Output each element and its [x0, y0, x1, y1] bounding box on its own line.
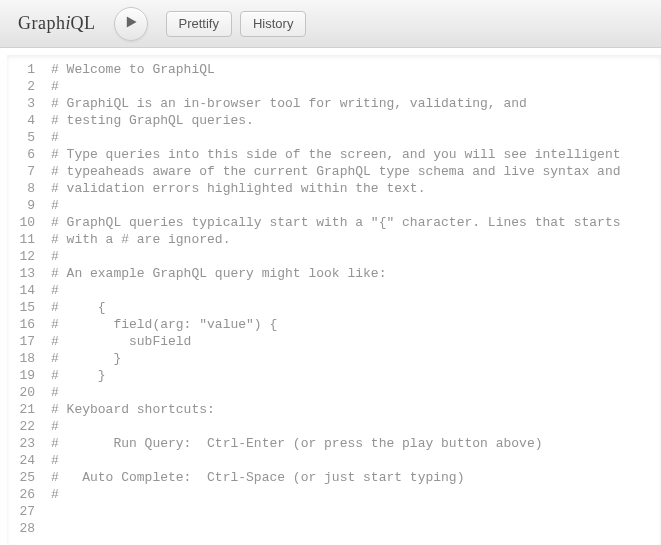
line-number: 2: [7, 78, 35, 95]
line-number: 18: [7, 350, 35, 367]
app-title-suffix: QL: [71, 13, 96, 33]
line-number: 13: [7, 265, 35, 282]
code-line: # testing GraphQL queries.: [51, 112, 653, 129]
line-number: 9: [7, 197, 35, 214]
code-line: # subField: [51, 333, 653, 350]
code-line: # }: [51, 367, 653, 384]
code-line: #: [51, 486, 653, 503]
code-line: #: [51, 282, 653, 299]
play-icon: [124, 15, 138, 32]
line-number: 4: [7, 112, 35, 129]
line-number: 27: [7, 503, 35, 520]
app-title: GraphiQL: [18, 13, 96, 34]
code-line: #: [51, 129, 653, 146]
query-editor: 1234567891011121314151617181920212223242…: [0, 48, 661, 545]
code-line: # Type queries into this side of the scr…: [51, 146, 653, 163]
toolbar: GraphiQL Prettify History: [0, 0, 661, 48]
code-area[interactable]: # Welcome to GraphiQL## GraphiQL is an i…: [41, 55, 661, 545]
line-number: 6: [7, 146, 35, 163]
line-number: 28: [7, 520, 35, 537]
line-number: 12: [7, 248, 35, 265]
code-line: # GraphiQL is an in-browser tool for wri…: [51, 95, 653, 112]
history-button[interactable]: History: [240, 11, 306, 37]
code-line: # field(arg: "value") {: [51, 316, 653, 333]
line-number: 8: [7, 180, 35, 197]
line-number: 20: [7, 384, 35, 401]
line-number: 14: [7, 282, 35, 299]
line-number: 17: [7, 333, 35, 350]
code-line: # typeaheads aware of the current GraphQ…: [51, 163, 653, 180]
code-line: # GraphQL queries typically start with a…: [51, 214, 653, 231]
code-line: # Keyboard shortcuts:: [51, 401, 653, 418]
line-number: 23: [7, 435, 35, 452]
code-line: #: [51, 78, 653, 95]
line-number: 11: [7, 231, 35, 248]
prettify-button[interactable]: Prettify: [166, 11, 232, 37]
code-line: # validation errors highlighted within t…: [51, 180, 653, 197]
line-number: 21: [7, 401, 35, 418]
code-line: # An example GraphQL query might look li…: [51, 265, 653, 282]
code-line: #: [51, 197, 653, 214]
line-number-gutter: 1234567891011121314151617181920212223242…: [7, 55, 41, 545]
svg-marker-0: [126, 16, 136, 27]
code-line: [51, 520, 653, 537]
code-line: # Auto Complete: Ctrl-Space (or just sta…: [51, 469, 653, 486]
line-number: 22: [7, 418, 35, 435]
code-line: # {: [51, 299, 653, 316]
code-line: #: [51, 248, 653, 265]
line-number: 3: [7, 95, 35, 112]
code-line: # with a # are ignored.: [51, 231, 653, 248]
line-number: 24: [7, 452, 35, 469]
code-line: # Welcome to GraphiQL: [51, 61, 653, 78]
line-number: 1: [7, 61, 35, 78]
code-line: #: [51, 452, 653, 469]
code-line: [51, 503, 653, 520]
line-number: 26: [7, 486, 35, 503]
line-number: 7: [7, 163, 35, 180]
code-line: #: [51, 384, 653, 401]
app-title-prefix: Graph: [18, 13, 65, 33]
line-number: 16: [7, 316, 35, 333]
execute-button[interactable]: [114, 7, 148, 41]
line-number: 19: [7, 367, 35, 384]
line-number: 10: [7, 214, 35, 231]
line-number: 25: [7, 469, 35, 486]
code-line: # }: [51, 350, 653, 367]
line-number: 15: [7, 299, 35, 316]
code-line: #: [51, 418, 653, 435]
line-number: 5: [7, 129, 35, 146]
code-line: # Run Query: Ctrl-Enter (or press the pl…: [51, 435, 653, 452]
